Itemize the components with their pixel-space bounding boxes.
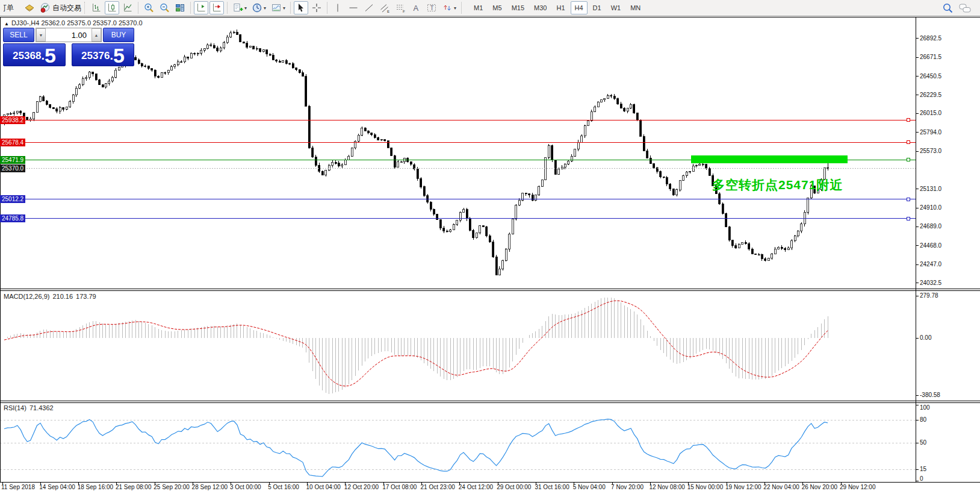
date-tick-label: 15 Nov 00:00	[687, 484, 724, 490]
price-tick-label: 25131.0	[920, 186, 941, 192]
price-level-badge: 25012.2	[0, 195, 25, 203]
buy-price-main: 25376	[81, 50, 110, 62]
price-level-badge: 24785.8	[0, 214, 25, 222]
date-tick-label: 3 Oct 00:00	[230, 484, 261, 490]
price-level-badge: 25678.4	[0, 139, 25, 146]
price-tick-label: 25794.0	[920, 129, 941, 136]
date-tick-label: 11 Sep 2018	[1, 484, 35, 490]
rsi-axis-label: 80	[920, 416, 926, 423]
one-click-trading-panel: SELL ▼ 1.00 ▲ BUY 25368.5 25376.5	[3, 28, 134, 66]
date-tick-label: 12 Nov 08:00	[649, 484, 685, 490]
date-tick-label: 19 Nov 12:00	[725, 484, 761, 490]
sell-price-frac: 5	[45, 48, 56, 64]
date-tick-label: 17 Oct 08:00	[382, 484, 417, 490]
price-tick-label: 26229.5	[920, 92, 941, 98]
buy-button[interactable]: BUY	[103, 28, 134, 42]
date-tick-label: 22 Nov 04:00	[763, 484, 799, 490]
date-tick-label: 29 Oct 00:00	[497, 484, 531, 490]
rsi-axis-label: 15	[920, 466, 926, 472]
volume-spinner: ▼ 1.00 ▲	[36, 28, 102, 42]
date-tick-label: 25 Sep 20:00	[154, 484, 190, 490]
candlestick-series	[4, 30, 829, 275]
price-tick-label: 24247.0	[920, 261, 941, 267]
price-tick-label: 26892.5	[920, 35, 941, 42]
price-tick-label: 24910.0	[920, 204, 941, 211]
date-tick-label: 21 Oct 23:00	[421, 484, 455, 490]
sell-price-main: 25368	[13, 50, 41, 62]
date-tick-label: 10 Oct 04:00	[306, 484, 341, 490]
macd-axis-label: 0.00	[920, 334, 931, 341]
price-tick-label: 24689.0	[920, 223, 941, 230]
buy-price-frac: 5	[113, 48, 125, 64]
date-tick-label: 12 Oct 20:00	[344, 484, 379, 490]
date-tick-label: 7 Nov 20:00	[611, 484, 644, 490]
date-tick-label: 28 Sep 12:00	[192, 484, 228, 490]
macd-axis-label: 279.78	[920, 292, 938, 299]
rsi-axis-label: 100	[920, 404, 930, 411]
date-tick-label: 29 Nov 12:00	[840, 484, 876, 490]
current-price-badge: 25370.0	[0, 164, 25, 172]
price-tick-label: 24032.5	[920, 280, 941, 286]
date-tick-label: 26 Nov 20:00	[802, 484, 838, 490]
price-tick-label: 26015.0	[920, 110, 941, 116]
chart-canvas[interactable]	[0, 0, 980, 494]
rsi-axis-label: 0	[920, 475, 923, 482]
price-tick-label: 26671.5	[920, 54, 941, 60]
date-tick-label: 21 Sep 08:00	[116, 484, 152, 490]
price-tick-label: 26450.5	[920, 73, 941, 80]
date-tick-label: 18 Sep 16:00	[78, 484, 114, 490]
date-tick-label: 31 Oct 16:00	[535, 484, 569, 490]
rsi-axis-label: 50	[920, 439, 926, 446]
price-level-badge: 25471.9	[0, 156, 25, 164]
volume-increase-button[interactable]: ▲	[91, 28, 101, 42]
volume-decrease-button[interactable]: ▼	[36, 28, 46, 42]
sell-button[interactable]: SELL	[3, 28, 34, 42]
date-tick-label: 5 Nov 04:00	[573, 484, 606, 490]
buy-price-box[interactable]: 25376.5	[72, 43, 134, 66]
date-tick-label: 24 Oct 12:00	[459, 484, 493, 490]
price-level-badge: 25938.2	[0, 116, 25, 124]
terminal-window: 订单 自动交易	[0, 0, 980, 494]
price-tick-label: 24468.0	[920, 242, 941, 249]
sell-price-box[interactable]: 25368.5	[3, 43, 66, 66]
price-tick-label: 25573.0	[920, 148, 941, 154]
volume-input[interactable]: 1.00	[46, 28, 91, 42]
date-tick-label: 14 Sep 04:00	[39, 484, 75, 490]
macd-axis-label: -380.58	[920, 392, 940, 398]
date-tick-label: 5 Oct 16:00	[268, 484, 299, 490]
